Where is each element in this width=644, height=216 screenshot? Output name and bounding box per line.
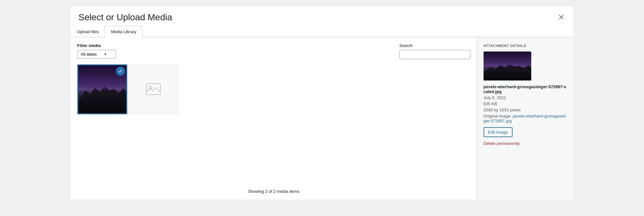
search-section: Search — [399, 43, 470, 59]
attachment-thumbnail — [484, 52, 531, 80]
showing-status: Showing 2 of 2 media items — [77, 189, 470, 194]
delete-permanently-link[interactable]: Delete permanently — [484, 141, 567, 146]
media-modal: Select or Upload Media ✕ Upload files Me… — [71, 6, 573, 200]
svg-rect-0 — [146, 84, 160, 95]
modal-title: Select or Upload Media — [79, 12, 172, 23]
date-filter-dropdown[interactable]: All dates July 2022 June 2022 — [81, 52, 102, 57]
sidebar-title: ATTACHMENT DETAILS — [484, 44, 567, 48]
image-placeholder-icon — [145, 81, 162, 98]
date-filter-select[interactable]: All dates July 2022 June 2022 ▾ — [77, 50, 116, 59]
attachment-date: July 6, 2022 — [484, 95, 567, 100]
tab-upload[interactable]: Upload files — [71, 26, 105, 37]
edit-image-button[interactable]: Edit Image — [484, 127, 513, 137]
attachment-filesize: 635 KB — [484, 101, 567, 106]
media-area: Filter media All dates July 2022 June 20… — [71, 37, 477, 200]
tabs-bar: Upload files Media Library — [71, 26, 573, 37]
selected-check-badge: ✓ — [116, 67, 125, 76]
close-button[interactable]: ✕ — [557, 12, 566, 23]
attachment-info: pexels-eberhard-grossgasteiger-572897-sc… — [484, 84, 567, 123]
attachment-filename: pexels-eberhard-grossgasteiger-572897-sc… — [484, 84, 567, 94]
placeholder-image — [129, 65, 178, 114]
filter-row: Filter media All dates July 2022 June 20… — [77, 43, 470, 59]
search-label: Search — [399, 43, 413, 48]
chevron-down-icon: ▾ — [104, 52, 106, 56]
media-item[interactable] — [129, 64, 178, 114]
modal-body: Filter media All dates July 2022 June 20… — [71, 37, 573, 200]
attachment-sidebar: ATTACHMENT DETAILS pexels-eberhard-gross… — [477, 37, 573, 200]
media-grid: ✓ — [77, 64, 470, 183]
attachment-original-label: Original image: pexels-eberhard-grossgas… — [484, 114, 567, 123]
original-label-text: Original image: — [484, 114, 512, 118]
media-item[interactable]: ✓ — [77, 64, 127, 114]
attachment-dimensions: 2560 by 1652 pixels — [484, 108, 567, 112]
attachment-preview-image — [484, 52, 531, 80]
tab-media-library[interactable]: Media Library — [105, 26, 142, 37]
search-input[interactable] — [399, 50, 470, 59]
filter-section: Filter media All dates July 2022 June 20… — [77, 43, 116, 59]
modal-header: Select or Upload Media ✕ — [71, 6, 573, 23]
filter-label: Filter media — [77, 43, 116, 48]
